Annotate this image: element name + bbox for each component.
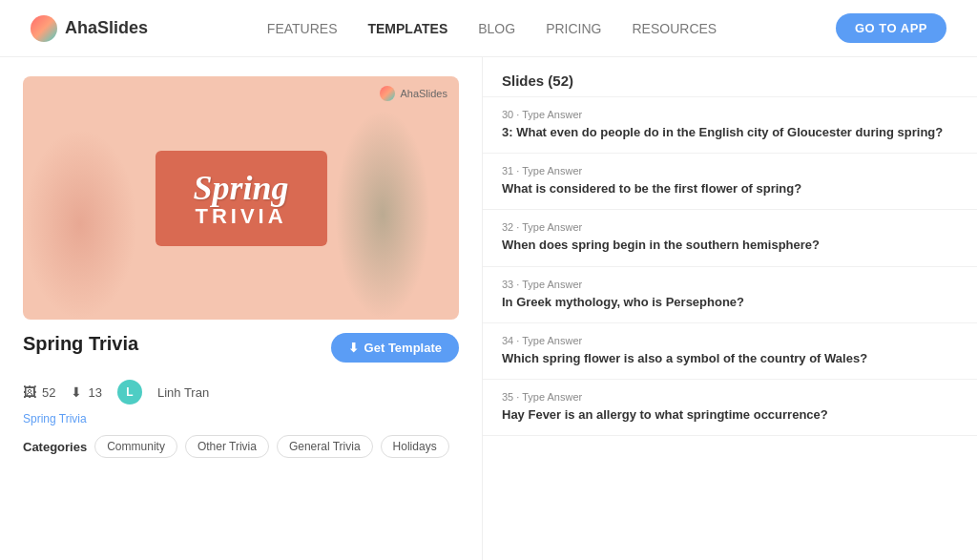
logo[interactable]: AhaSlides: [31, 15, 148, 42]
slide-question-32: When does spring begin in the southern h…: [502, 237, 958, 254]
logo-icon: [31, 15, 57, 42]
slides-count: 52: [42, 385, 55, 400]
template-title: Spring Trivia: [23, 333, 138, 355]
preview-title-box: Spring TRIVIA: [155, 151, 326, 246]
nav-blog[interactable]: BLOG: [478, 21, 515, 36]
slide-question-34: Which spring flower is also a symbol of …: [502, 350, 958, 367]
slide-item-30: 30 · Type Answer 3: What even do people …: [483, 97, 977, 154]
flower-decoration-right: [335, 110, 430, 320]
avatar: L: [117, 380, 142, 404]
slides-icon: 🖼: [23, 384, 36, 400]
tag-link[interactable]: Spring Trivia: [23, 412, 459, 425]
slides-header: Slides (52): [483, 57, 977, 97]
slide-item-35: 35 · Type Answer Hay Fever is an allergy…: [483, 380, 977, 436]
downloads-stat: ⬇ 13: [71, 384, 101, 400]
slide-item-31: 31 · Type Answer What is considered to b…: [483, 154, 977, 210]
slide-type-32: 32 · Type Answer: [502, 221, 958, 233]
author-name: Linh Tran: [157, 385, 209, 400]
get-template-button[interactable]: ⬇ Get Template: [331, 333, 459, 363]
slide-type-35: 35 · Type Answer: [502, 391, 958, 403]
get-template-label: Get Template: [364, 341, 442, 355]
slide-type-31: 31 · Type Answer: [502, 165, 958, 176]
slide-item-32: 32 · Type Answer When does spring begin …: [483, 210, 977, 266]
slide-question-31: What is considered to be the first flowe…: [502, 180, 958, 197]
slides-stat: 🖼 52: [23, 384, 55, 400]
slide-question-35: Hay Fever is an allergy to what springti…: [502, 406, 958, 424]
slide-type-34: 34 · Type Answer: [502, 335, 958, 346]
spring-label: Spring: [193, 168, 288, 208]
logo-text: AhaSlides: [65, 18, 148, 38]
nav-templates[interactable]: TEMPLATES: [367, 21, 447, 36]
categories-row: Categories Community Other Trivia Genera…: [23, 435, 459, 458]
download-icon: ⬇: [71, 384, 82, 400]
slide-type-33: 33 · Type Answer: [502, 279, 958, 290]
preview-logo-icon: [380, 86, 395, 101]
nav-pricing[interactable]: PRICING: [546, 21, 601, 36]
slide-question-33: In Greek mythology, who is Persephone?: [502, 294, 958, 311]
category-general-trivia[interactable]: General Trivia: [277, 435, 373, 458]
nav-resources[interactable]: RESOURCES: [632, 21, 717, 36]
main-content: Spring TRIVIA AhaSlides ⬇ Get Template S…: [0, 57, 977, 560]
nav-features[interactable]: FEATURES: [267, 21, 338, 36]
downloads-count: 13: [88, 385, 101, 400]
category-holidays[interactable]: Holidays: [381, 435, 449, 458]
trivia-label: TRIVIA: [193, 204, 288, 229]
download-arrow-icon: ⬇: [348, 341, 359, 355]
slide-item-33: 33 · Type Answer In Greek mythology, who…: [483, 267, 977, 323]
go-to-app-button[interactable]: GO TO APP: [836, 13, 946, 43]
slide-question-30: 3: What even do people do in the English…: [502, 124, 958, 141]
slide-item-34: 34 · Type Answer Which spring flower is …: [483, 323, 977, 380]
left-panel: Spring TRIVIA AhaSlides ⬇ Get Template S…: [0, 57, 482, 560]
main-nav: FEATURES TEMPLATES BLOG PRICING RESOURCE…: [267, 21, 717, 36]
info-section: ⬇ Get Template Spring Trivia: [23, 320, 459, 370]
slides-panel[interactable]: Slides (52) 30 · Type Answer 3: What eve…: [482, 57, 977, 560]
flower-decoration-left: [23, 129, 137, 320]
category-other-trivia[interactable]: Other Trivia: [185, 435, 269, 458]
spring-trivia-box: Spring TRIVIA: [155, 151, 326, 246]
preview-logo: AhaSlides: [380, 86, 447, 101]
categories-label: Categories: [23, 440, 87, 454]
template-preview: Spring TRIVIA AhaSlides: [23, 76, 459, 320]
slide-type-30: 30 · Type Answer: [502, 109, 958, 120]
header: AhaSlides FEATURES TEMPLATES BLOG PRICIN…: [0, 0, 977, 57]
category-community[interactable]: Community: [94, 435, 177, 458]
preview-logo-text: AhaSlides: [400, 88, 447, 99]
stats-row: 🖼 52 ⬇ 13 L Linh Tran: [23, 380, 459, 404]
